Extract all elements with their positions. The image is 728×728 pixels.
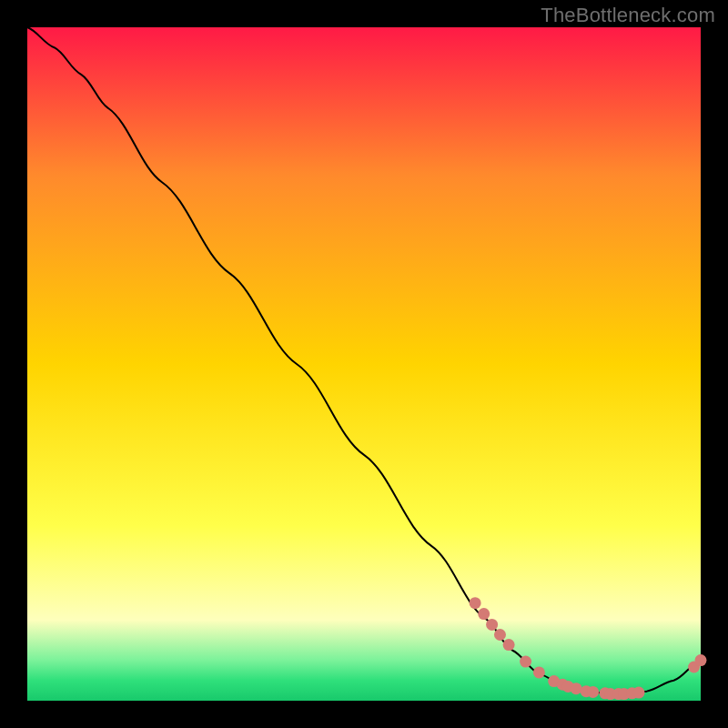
data-point: [503, 639, 515, 651]
data-points-group: [470, 597, 707, 700]
data-point: [478, 608, 490, 620]
data-point: [695, 654, 707, 666]
plot-area: [27, 27, 701, 701]
points-layer: [27, 27, 701, 701]
data-point: [494, 629, 506, 641]
data-point: [587, 686, 599, 698]
data-point: [520, 656, 531, 668]
watermark-text: TheBottleneck.com: [541, 4, 715, 27]
data-point: [486, 619, 498, 631]
chart-frame: TheBottleneck.com: [0, 0, 728, 728]
data-point: [571, 682, 582, 694]
data-point: [533, 666, 545, 678]
data-point: [632, 687, 644, 699]
data-point: [470, 597, 481, 609]
